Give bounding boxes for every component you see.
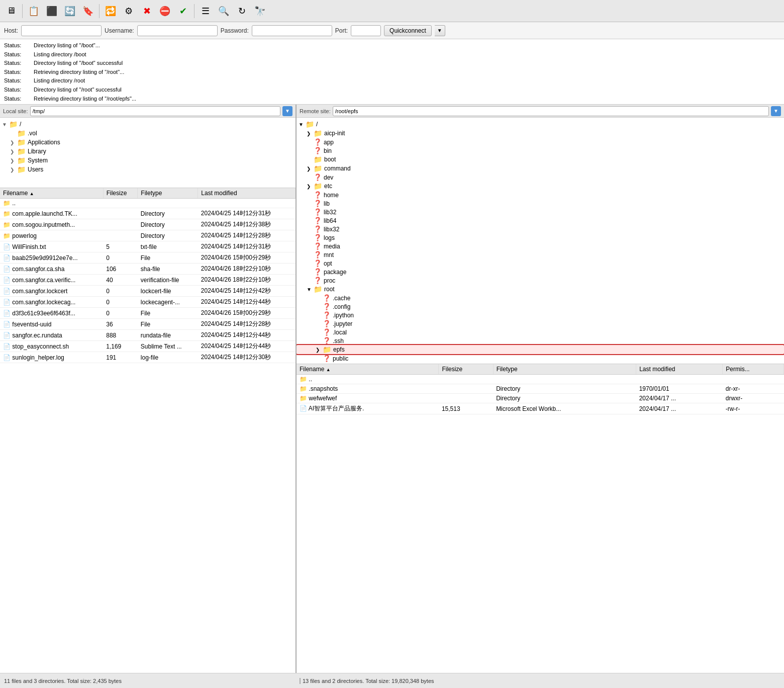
local-file-row[interactable]: 📄 stop_easyconnect.sh 1,169 Sublime Text…	[0, 341, 296, 352]
tree-item-applications[interactable]: ❯ 📁 Applications	[0, 138, 296, 147]
remote-tree-item-mnt[interactable]: ❓ mnt	[297, 250, 784, 259]
tree-item-root[interactable]: ▼ 📁 /	[0, 120, 296, 129]
remote-col-lastmodified[interactable]: Last modified	[636, 364, 723, 375]
remote-tree-item-cache[interactable]: ❓ .cache	[297, 294, 784, 302]
local-file-row[interactable]: 📄 WillFinish.txt 5 txt-file 2024/04/25 1…	[0, 241, 296, 252]
col-lastmodified[interactable]: Last modified	[198, 188, 296, 199]
remote-tree-item-command[interactable]: ❯ 📁 command	[297, 164, 784, 173]
col-filesize[interactable]: Filesize	[103, 188, 138, 199]
refresh-button[interactable]: 🔁	[103, 3, 119, 19]
file-type: lockecagent-...	[138, 297, 198, 308]
local-file-row[interactable]: 📁 powerlog Directory 2024/04/25 14时12分28…	[0, 230, 296, 241]
tree-item-library[interactable]: ❯ 📁 Library	[0, 147, 296, 156]
tree-item-system[interactable]: ❯ 📁 System	[0, 156, 296, 165]
port-input[interactable]	[351, 25, 381, 36]
username-input[interactable]	[137, 25, 218, 36]
queue-manager-button[interactable]: ☰	[198, 3, 214, 19]
remote-tree-item-lib64[interactable]: ❓ lib64	[297, 216, 784, 225]
remote-tree-item-logs[interactable]: ❓ logs	[297, 233, 784, 242]
local-file-row[interactable]: 📁 com.sogou.inputmeth... Directory 2024/…	[0, 219, 296, 230]
remote-tree-item-ssh[interactable]: ❓ .ssh	[297, 336, 784, 345]
remote-tree-item-package[interactable]: ❓ package	[297, 268, 784, 276]
remote-tree-item-ipython[interactable]: ❓ .ipython	[297, 311, 784, 319]
remote-tree-item-dev[interactable]: ❓ dev	[297, 173, 784, 182]
remote-tree-item-bin[interactable]: ❓ bin	[297, 146, 784, 155]
bookmark-button[interactable]: 🔖	[80, 3, 96, 19]
local-file-row[interactable]: 📄 com.sangfor.ca.sha 106 sha-file 2024/0…	[0, 264, 296, 275]
tree-toggle[interactable]: ❯	[10, 149, 17, 154]
remote-tree-item-public[interactable]: ❓ public	[297, 354, 784, 363]
local-file-row[interactable]: 📄 sunlogin_helper.log 191 log-file 2024/…	[0, 352, 296, 363]
remote-file-row[interactable]: 📁 ..	[297, 375, 784, 384]
remote-tree-item-epfs[interactable]: ❯ 📁 epfs	[297, 345, 784, 354]
remote-tree-item-jupyter[interactable]: ❓ .jupyter	[297, 319, 784, 328]
remote-tree-item-etc[interactable]: ❯ 📁 etc	[297, 182, 784, 191]
local-file-row[interactable]: 📄 com.sangfor.ca.verific... 40 verificat…	[0, 275, 296, 286]
tree-toggle[interactable]: ❯	[10, 140, 17, 145]
remote-tree-item-config[interactable]: ❓ .config	[297, 302, 784, 311]
remote-tree-item-aicp-init[interactable]: ❯ 📁 aicp-init	[297, 129, 784, 138]
file-modified: 2024/04/25 14时12分44秒	[198, 297, 296, 308]
stop-button[interactable]: ⛔	[157, 3, 173, 19]
remote-file-row[interactable]: 📁 .snapshots Directory 1970/01/01 dr-xr-	[297, 384, 784, 394]
split-view-button[interactable]: ⬛	[44, 3, 60, 19]
local-file-row[interactable]: 📁 com.apple.launchd.TK... Directory 2024…	[0, 208, 296, 219]
remote-col-filename[interactable]: Filename ▲	[297, 364, 439, 375]
remote-site-dropdown[interactable]: ▼	[771, 106, 781, 116]
remote-tree-item-lib32[interactable]: ❓ lib32	[297, 208, 784, 216]
col-filename[interactable]: Filename ▲	[0, 188, 103, 199]
server-manager-button[interactable]: 🖥	[3, 3, 19, 19]
remote-col-filesize[interactable]: Filesize	[439, 364, 493, 375]
new-tab-button[interactable]: 📋	[26, 3, 42, 19]
remote-file-row[interactable]: 📄 AI智算平台产品服务. 15,513 Microsoft Excel Wor…	[297, 403, 784, 414]
tree-item-users[interactable]: ❯ 📁 Users	[0, 165, 296, 174]
local-file-row[interactable]: 📄 com.sangfor.lockcert 0 lockcert-file 2…	[0, 286, 296, 297]
remote-tree-item-lib[interactable]: ❓ lib	[297, 199, 784, 208]
status-line: Status: Retrieving directory listing of …	[4, 68, 780, 77]
remote-site-path[interactable]	[333, 106, 769, 116]
tree-toggle[interactable]: ❯	[10, 167, 17, 173]
tree-toggle[interactable]: ▼	[2, 122, 9, 127]
local-file-row[interactable]: 📄 d3f3c61c93ee6f6463f... 0 File 2024/04/…	[0, 308, 296, 319]
remote-tree-item-home[interactable]: ❓ home	[297, 191, 784, 199]
file-modified: 2024/04/26 15时00分29秒	[198, 252, 296, 264]
local-file-row[interactable]: 📄 baab259e9d9912ee7e... 0 File 2024/04/2…	[0, 252, 296, 264]
cancel-button[interactable]: ✖	[139, 3, 155, 19]
process-queue-button[interactable]: ⚙	[121, 3, 137, 19]
remote-tree-item-boot[interactable]: 📁 boot	[297, 155, 784, 164]
local-file-row[interactable]: 📁 ..	[0, 199, 296, 208]
quickconnect-button[interactable]: Quickconnect	[384, 25, 432, 36]
file-type: Directory	[493, 394, 636, 403]
remote-col-filetype[interactable]: Filetype	[493, 364, 636, 375]
remote-tree-item-media[interactable]: ❓ media	[297, 242, 784, 250]
file-modified	[636, 375, 723, 384]
compare-button[interactable]: 🔄	[62, 3, 78, 19]
remote-tree-item-opt[interactable]: ❓ opt	[297, 259, 784, 268]
file-size: 36	[103, 319, 138, 330]
local-site-path[interactable]	[30, 106, 280, 116]
remote-col-perms[interactable]: Permis...	[723, 364, 784, 375]
local-site-dropdown[interactable]: ▼	[282, 106, 292, 116]
local-file-row[interactable]: 📄 com.sangfor.lockecag... 0 lockecagent-…	[0, 297, 296, 308]
binoculars-button[interactable]: 🔭	[252, 3, 268, 19]
remote-tree-item-root[interactable]: ▼ 📁 root	[297, 285, 784, 294]
password-input[interactable]	[252, 25, 332, 36]
sync-button[interactable]: ↻	[234, 3, 250, 19]
keep-button[interactable]: ✔	[175, 3, 191, 19]
file-size	[103, 230, 138, 241]
tree-toggle[interactable]: ❯	[10, 158, 17, 163]
local-file-row[interactable]: 📄 fseventsd-uuid 36 File 2024/04/25 14时1…	[0, 319, 296, 330]
remote-tree-item-app[interactable]: ❓ app	[297, 138, 784, 146]
remote-tree-item-libx32[interactable]: ❓ libx32	[297, 225, 784, 233]
search-button[interactable]: 🔍	[216, 3, 232, 19]
host-input[interactable]	[21, 25, 102, 36]
remote-tree-item-local[interactable]: ❓ .local	[297, 328, 784, 336]
remote-file-row[interactable]: 📁 wefwefwef Directory 2024/04/17 ... drw…	[297, 394, 784, 403]
quickconnect-dropdown[interactable]: ▼	[435, 25, 445, 36]
file-modified: 2024/04/25 14时12分44秒	[198, 341, 296, 352]
col-filetype[interactable]: Filetype	[138, 188, 198, 199]
tree-item-vol[interactable]: 📁 .vol	[0, 129, 296, 138]
remote-tree-item-root[interactable]: ▼ 📁 /	[297, 120, 784, 129]
local-file-row[interactable]: 📄 sangfor.ec.rundata 888 rundata-file 20…	[0, 330, 296, 341]
remote-tree-item-proc[interactable]: ❓ proc	[297, 276, 784, 285]
